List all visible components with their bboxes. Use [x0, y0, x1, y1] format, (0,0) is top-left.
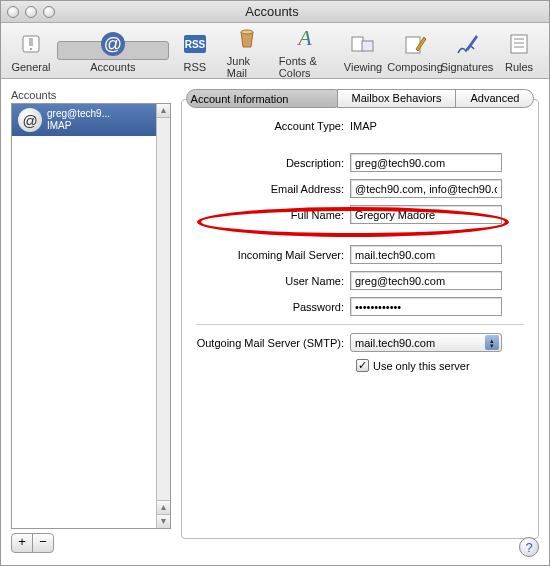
svg-point-7 [241, 30, 253, 34]
username-input[interactable] [350, 271, 502, 290]
scroll-up-arrow2[interactable]: ▴ [157, 500, 170, 514]
toolbar-fonts-colors[interactable]: A Fonts & Colors [273, 25, 337, 77]
sidebar-scrollbar[interactable]: ▴ ▴ ▾ [156, 104, 170, 528]
tab-advanced[interactable]: Advanced [455, 89, 534, 108]
incoming-server-label: Incoming Mail Server: [196, 249, 350, 261]
description-input[interactable] [350, 153, 502, 172]
rules-icon [504, 29, 534, 59]
account-item-text: greg@tech9... IMAP [47, 108, 110, 132]
full-name-label: Full Name: [196, 209, 350, 221]
toolbar-label: General [11, 61, 50, 73]
remove-account-button[interactable]: − [32, 533, 54, 553]
scroll-down-arrow[interactable]: ▾ [157, 514, 170, 528]
toolbar-label: Accounts [90, 61, 135, 73]
minimize-window-button[interactable] [25, 6, 37, 18]
smtp-label: Outgoing Mail Server (SMTP): [196, 337, 350, 349]
compose-icon [400, 29, 430, 59]
accounts-sidebar: Accounts @ greg@tech9... IMAP ▴ ▴ ▾ + − [11, 89, 171, 553]
close-window-button[interactable] [7, 6, 19, 18]
toolbar-rules[interactable]: Rules [493, 25, 545, 77]
help-button[interactable]: ? [519, 537, 539, 557]
toolbar-general[interactable]: General [5, 25, 57, 77]
select-arrows-icon: ▴▾ [485, 335, 499, 350]
username-label: User Name: [196, 275, 350, 287]
tab-mailbox-behaviors[interactable]: Mailbox Behaviors [337, 89, 457, 108]
toolbar-label: RSS [184, 61, 207, 73]
toolbar-label: Composing [387, 61, 443, 73]
main-panel: Account Information Mailbox Behaviors Ad… [171, 89, 539, 553]
zoom-window-button[interactable] [43, 6, 55, 18]
smtp-select[interactable]: mail.tech90.com ▴▾ [350, 333, 502, 352]
accounts-window: Accounts General @ Accounts RSS RSS Jun [0, 0, 550, 566]
toolbar-label: Viewing [344, 61, 382, 73]
full-name-input[interactable] [350, 205, 502, 224]
use-only-label: Use only this server [373, 360, 470, 372]
add-remove-buttons: + − [11, 533, 171, 553]
svg-text:RSS: RSS [185, 39, 206, 50]
rss-icon: RSS [180, 29, 210, 59]
svg-rect-12 [511, 35, 527, 53]
toolbar-signatures[interactable]: Signatures [441, 25, 493, 77]
password-input[interactable] [350, 297, 502, 316]
titlebar: Accounts [1, 1, 549, 23]
add-account-button[interactable]: + [11, 533, 33, 553]
svg-rect-1 [29, 38, 33, 46]
toolbar-label: Rules [505, 61, 533, 73]
at-icon: @ [18, 108, 42, 132]
toolbar-label: Signatures [441, 61, 494, 73]
incoming-server-input[interactable] [350, 245, 502, 264]
use-only-checkbox[interactable]: ✓ [356, 359, 369, 372]
account-information-panel: Account Type: IMAP Description: Email Ad… [181, 99, 539, 539]
svg-rect-9 [352, 37, 363, 51]
account-title: greg@tech9... [47, 108, 110, 120]
viewing-icon [348, 29, 378, 59]
separator [196, 324, 524, 325]
tabs: Account Information Mailbox Behaviors Ad… [181, 89, 539, 108]
window-title: Accounts [55, 4, 489, 19]
fonts-icon: A [290, 23, 320, 53]
account-type-label: Account Type: [196, 120, 350, 132]
at-icon: @ [98, 29, 128, 59]
password-label: Password: [196, 301, 350, 313]
toolbar-viewing[interactable]: Viewing [337, 25, 389, 77]
toolbar-rss[interactable]: RSS RSS [169, 25, 221, 77]
toolbar-label: Fonts & Colors [279, 55, 331, 79]
account-item[interactable]: @ greg@tech9... IMAP [12, 104, 170, 136]
svg-rect-10 [362, 41, 373, 51]
account-subtitle: IMAP [47, 120, 110, 132]
signature-icon [452, 29, 482, 59]
smtp-value: mail.tech90.com [355, 337, 435, 349]
toolbar-accounts[interactable]: @ Accounts [57, 41, 169, 60]
tab-account-information[interactable]: Account Information [186, 89, 338, 108]
switch-icon [16, 29, 46, 59]
scroll-up-arrow[interactable]: ▴ [157, 104, 170, 118]
sidebar-label: Accounts [11, 89, 171, 101]
trash-icon [232, 23, 262, 53]
toolbar: General @ Accounts RSS RSS Junk Mail A F… [1, 23, 549, 79]
description-label: Description: [196, 157, 350, 169]
svg-point-2 [30, 48, 32, 50]
content-area: Accounts @ greg@tech9... IMAP ▴ ▴ ▾ + − [1, 79, 549, 563]
email-address-label: Email Address: [196, 183, 350, 195]
svg-text:A: A [296, 25, 312, 50]
toolbar-junkmail[interactable]: Junk Mail [221, 25, 273, 77]
toolbar-label: Junk Mail [227, 55, 267, 79]
accounts-list[interactable]: @ greg@tech9... IMAP ▴ ▴ ▾ [11, 103, 171, 529]
email-address-input[interactable] [350, 179, 502, 198]
toolbar-composing[interactable]: Composing [389, 25, 441, 77]
traffic-lights [7, 6, 55, 18]
svg-text:@: @ [104, 34, 122, 54]
account-type-value: IMAP [350, 120, 524, 132]
